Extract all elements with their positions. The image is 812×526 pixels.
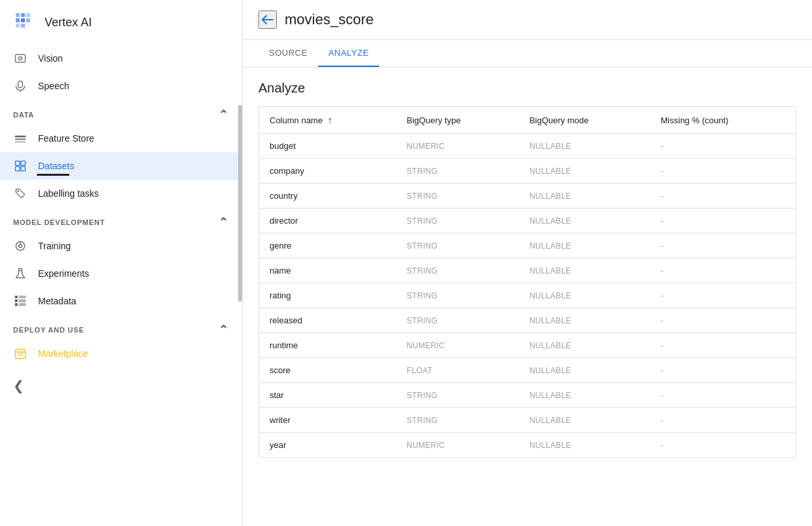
model-dev-chevron[interactable]: ⌃ — [218, 215, 229, 230]
sidebar-item-label: Experiments — [38, 268, 89, 279]
cell-type: NUMERIC — [396, 134, 519, 159]
table-header-row: Column name ↑ BigQuery type BigQuery mod… — [259, 107, 796, 134]
cell-missing: - — [650, 308, 796, 333]
sidebar-collapse-toggle[interactable]: ❮ — [0, 367, 242, 404]
app-title: Vertex AI — [45, 16, 92, 30]
page-title: movies_score — [285, 11, 374, 28]
section-deploy: DEPLOY AND USE ⌃ — [0, 315, 242, 340]
marketplace-icon — [13, 346, 28, 361]
sidebar-header: Vertex AI — [0, 0, 242, 45]
svg-point-22 — [19, 245, 22, 248]
cell-mode: NULLABLE — [519, 433, 650, 458]
table-row: score FLOAT NULLABLE - — [259, 358, 796, 383]
active-indicator — [37, 174, 70, 176]
cell-type: NUMERIC — [396, 433, 519, 458]
cell-mode: NULLABLE — [519, 134, 650, 159]
labelling-icon — [13, 186, 28, 201]
cell-name: score — [259, 358, 397, 383]
sidebar-item-training[interactable]: Training — [0, 232, 242, 260]
th-bigquery-type: BigQuery type — [396, 107, 519, 134]
sidebar-item-feature-store[interactable]: Feature Store — [0, 125, 242, 152]
cell-missing: - — [650, 433, 796, 458]
data-section-chevron[interactable]: ⌃ — [218, 108, 229, 122]
cell-mode: NULLABLE — [519, 333, 650, 358]
svg-rect-3 — [16, 18, 20, 22]
cell-missing: - — [650, 209, 796, 233]
cell-name: star — [259, 383, 397, 408]
experiments-icon — [13, 266, 28, 281]
cell-name: country — [259, 184, 397, 209]
scrollbar-thumb — [238, 105, 242, 302]
sidebar-item-label: Training — [38, 241, 71, 251]
cell-type: STRING — [396, 283, 519, 308]
table-row: budget NUMERIC NULLABLE - — [259, 134, 796, 159]
sidebar: Vertex AI Vision Speech DATA ⌃ Feature S… — [0, 0, 243, 526]
cell-type: STRING — [396, 308, 519, 333]
svg-rect-30 — [19, 303, 26, 306]
cell-type: NUMERIC — [396, 333, 519, 358]
tab-analyze[interactable]: ANALYZE — [318, 40, 380, 67]
sidebar-item-experiments[interactable]: Experiments — [0, 260, 242, 287]
sidebar-item-label: Metadata — [38, 296, 76, 306]
sidebar-item-speech[interactable]: Speech — [0, 72, 242, 100]
vertex-ai-logo — [13, 10, 37, 34]
sidebar-item-metadata[interactable]: Metadata — [0, 287, 242, 315]
analyze-table: Column name ↑ BigQuery type BigQuery mod… — [258, 106, 796, 458]
cell-name: year — [259, 433, 397, 458]
cell-mode: NULLABLE — [519, 358, 650, 383]
table-row: writer STRING NULLABLE - — [259, 408, 796, 433]
cell-mode: NULLABLE — [519, 209, 650, 233]
section-data: DATA ⌃ — [0, 100, 242, 125]
table-row: name STRING NULLABLE - — [259, 258, 796, 283]
sidebar-item-label: Feature Store — [38, 133, 94, 144]
sidebar-item-label: Vision — [38, 53, 63, 64]
vision-icon — [13, 51, 28, 66]
sidebar-scrollbar[interactable] — [238, 0, 242, 526]
svg-rect-9 — [16, 54, 26, 62]
sidebar-item-labelling[interactable]: Labelling tasks — [0, 180, 242, 207]
cell-missing: - — [650, 134, 796, 159]
th-column-name[interactable]: Column name ↑ — [259, 107, 397, 134]
svg-rect-16 — [16, 161, 20, 166]
cell-name: writer — [259, 408, 397, 433]
cell-name: name — [259, 258, 397, 283]
tab-source[interactable]: SOURCE — [258, 40, 318, 67]
svg-rect-25 — [15, 296, 18, 298]
svg-rect-17 — [21, 161, 26, 166]
cell-name: genre — [259, 233, 397, 258]
sidebar-item-label: Datasets — [38, 161, 74, 171]
sidebar-item-label: Marketplace — [38, 348, 88, 359]
cell-mode: NULLABLE — [519, 308, 650, 333]
deploy-section-chevron[interactable]: ⌃ — [218, 323, 229, 337]
svg-rect-5 — [26, 13, 30, 17]
speech-icon — [13, 79, 28, 93]
collapse-icon: ❮ — [13, 378, 24, 394]
cell-type: STRING — [396, 184, 519, 209]
svg-point-10 — [19, 57, 22, 60]
cell-missing: - — [650, 233, 796, 258]
sidebar-item-vision[interactable]: Vision — [0, 45, 242, 72]
cell-mode: NULLABLE — [519, 233, 650, 258]
svg-rect-28 — [19, 296, 26, 298]
datasets-icon — [13, 159, 28, 173]
svg-rect-13 — [15, 136, 26, 138]
table-row: runtime NUMERIC NULLABLE - — [259, 333, 796, 358]
cell-missing: - — [650, 184, 796, 209]
back-button[interactable] — [258, 10, 277, 29]
cell-type: STRING — [396, 233, 519, 258]
feature-store-icon — [13, 131, 28, 146]
svg-rect-7 — [16, 24, 20, 28]
cell-name: runtime — [259, 333, 397, 358]
svg-rect-2 — [21, 13, 25, 17]
svg-point-20 — [17, 190, 19, 192]
cell-mode: NULLABLE — [519, 184, 650, 209]
sidebar-item-marketplace[interactable]: Marketplace — [0, 340, 242, 367]
cell-name: director — [259, 209, 397, 233]
cell-missing: - — [650, 358, 796, 383]
sidebar-item-datasets[interactable]: Datasets — [0, 152, 242, 180]
content-area: Analyze Column name ↑ BigQuery type BigQ… — [243, 68, 812, 526]
section-model-dev: MODEL DEVELOPMENT ⌃ — [0, 207, 242, 232]
cell-type: STRING — [396, 159, 519, 184]
table-body: budget NUMERIC NULLABLE - company STRING… — [259, 134, 796, 458]
training-icon — [13, 239, 28, 253]
